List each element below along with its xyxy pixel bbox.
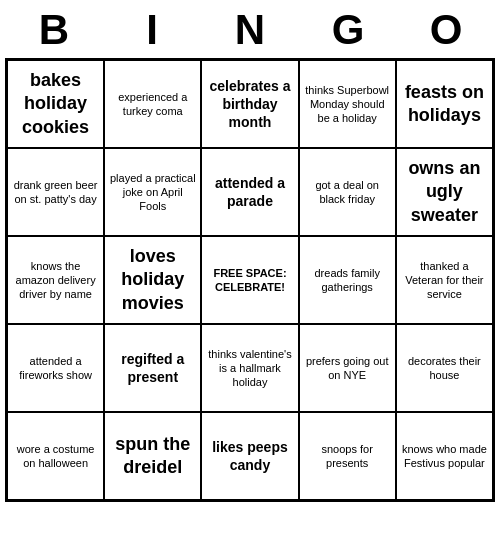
bingo-cell-7[interactable]: attended a parade bbox=[201, 148, 298, 236]
bingo-cell-1[interactable]: experienced a turkey coma bbox=[104, 60, 201, 148]
bingo-cell-4[interactable]: feasts on holidays bbox=[396, 60, 493, 148]
bingo-cell-0[interactable]: bakes holiday cookies bbox=[7, 60, 104, 148]
bingo-letter-g: G bbox=[304, 6, 392, 54]
bingo-cell-21[interactable]: spun the dreidel bbox=[104, 412, 201, 500]
bingo-cell-12[interactable]: FREE SPACE: CELEBRATE! bbox=[201, 236, 298, 324]
bingo-letter-n: N bbox=[206, 6, 294, 54]
bingo-header: BINGO bbox=[5, 0, 495, 58]
bingo-letter-i: I bbox=[108, 6, 196, 54]
bingo-cell-17[interactable]: thinks valentine's is a hallmark holiday bbox=[201, 324, 298, 412]
bingo-cell-18[interactable]: prefers going out on NYE bbox=[299, 324, 396, 412]
bingo-cell-13[interactable]: dreads family gatherings bbox=[299, 236, 396, 324]
bingo-cell-3[interactable]: thinks Superbowl Monday should be a holi… bbox=[299, 60, 396, 148]
bingo-cell-10[interactable]: knows the amazon delivery driver by name bbox=[7, 236, 104, 324]
bingo-cell-24[interactable]: knows who made Festivus popular bbox=[396, 412, 493, 500]
bingo-cell-19[interactable]: decorates their house bbox=[396, 324, 493, 412]
bingo-cell-23[interactable]: snoops for presents bbox=[299, 412, 396, 500]
bingo-cell-15[interactable]: attended a fireworks show bbox=[7, 324, 104, 412]
bingo-cell-8[interactable]: got a deal on black friday bbox=[299, 148, 396, 236]
bingo-cell-11[interactable]: loves holiday movies bbox=[104, 236, 201, 324]
bingo-cell-16[interactable]: regifted a present bbox=[104, 324, 201, 412]
bingo-cell-5[interactable]: drank green beer on st. patty's day bbox=[7, 148, 104, 236]
bingo-cell-14[interactable]: thanked a Veteran for their service bbox=[396, 236, 493, 324]
bingo-grid: bakes holiday cookiesexperienced a turke… bbox=[5, 58, 495, 502]
bingo-cell-20[interactable]: wore a costume on halloween bbox=[7, 412, 104, 500]
bingo-cell-9[interactable]: owns an ugly sweater bbox=[396, 148, 493, 236]
bingo-letter-o: O bbox=[402, 6, 490, 54]
bingo-letter-b: B bbox=[10, 6, 98, 54]
bingo-cell-2[interactable]: celebrates a birthday month bbox=[201, 60, 298, 148]
bingo-cell-22[interactable]: likes peeps candy bbox=[201, 412, 298, 500]
bingo-cell-6[interactable]: played a practical joke on April Fools bbox=[104, 148, 201, 236]
